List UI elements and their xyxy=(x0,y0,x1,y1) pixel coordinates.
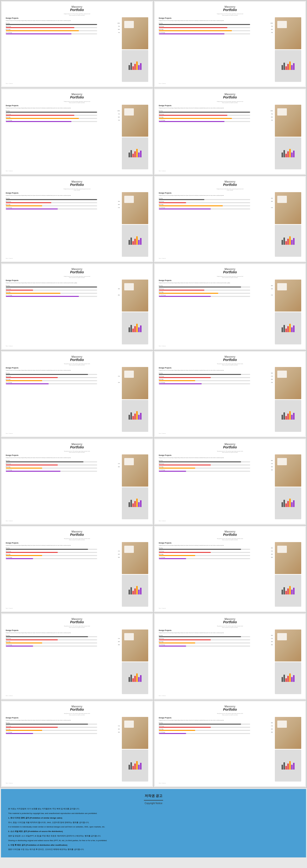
slide-container-12: Masonry Portfolio Simply dummy text of t… xyxy=(154,438,306,525)
ad-divider xyxy=(144,800,163,801)
slide-left-16: Design Projects Simply dummy text of the… xyxy=(159,629,273,694)
slide-2: Masonry Portfolio Simply dummy text of t… xyxy=(155,2,305,87)
slide-left-8: Design Projects Simply dummy text of the… xyxy=(159,280,273,344)
ad-line-8: Sharing or distributing original and edi… xyxy=(8,839,299,842)
slide-subtitle-10: Simply dummy text of the printing, types… xyxy=(217,363,243,366)
slide-content-3: Design Projects Simply dummy text of the… xyxy=(6,105,148,169)
slide-content-13: Design Projects Simply dummy text of the… xyxy=(6,542,148,607)
img-top-4 xyxy=(275,105,301,137)
slide-container-1: Masonry Portfolio Simply dummy text of t… xyxy=(1,1,153,87)
bar-label: Web Design75% xyxy=(6,26,120,27)
slide-right-12 xyxy=(275,455,301,519)
slide-content-16: Design Projects Simply dummy text of the… xyxy=(159,629,301,694)
slide-right-1 xyxy=(122,17,148,82)
img-top-18 xyxy=(275,717,301,749)
slide-content-18: Design Projects Simply dummy text of the… xyxy=(159,717,301,781)
slide-right-2 xyxy=(275,17,301,82)
img-bottom-6 xyxy=(275,225,301,257)
slide-footer-9: Next > Contents xyxy=(6,433,13,434)
img-bottom-12 xyxy=(275,487,301,519)
slide-left-18: Design Projects Simply dummy text of the… xyxy=(159,717,273,781)
img-top-6 xyxy=(275,192,301,224)
slide-desc-17: Simply dummy text of the printing and ty… xyxy=(6,719,120,721)
slide-subtitle-14: Simply dummy text of the printing, types… xyxy=(217,538,243,540)
section-title-9: Design Projects xyxy=(6,367,120,369)
section-title-18: Design Projects xyxy=(159,717,273,719)
img-top-11 xyxy=(122,455,148,486)
slide-left-7: Design Projects Simply dummy text of the… xyxy=(6,280,120,344)
slide-8: Masonry Portfolio Simply dummy text of t… xyxy=(155,264,305,349)
bar-webdesign-1: Web Design75% xyxy=(6,26,120,28)
slide-title-15: Masonry Portfolio xyxy=(70,618,84,624)
slide-content-5: Design Projects Simply dummy text of the… xyxy=(6,192,148,257)
img-bottom-18 xyxy=(275,750,301,781)
bar-branding-1: Branding100% xyxy=(6,23,120,25)
ad-subtitle: Copyright Notice xyxy=(8,802,299,805)
img-bottom-14 xyxy=(275,575,301,607)
img-bottom-8 xyxy=(275,312,301,344)
slide-title-10: Masonry Portfolio xyxy=(223,355,237,362)
slide-left-5: Design Projects Simply dummy text of the… xyxy=(6,192,120,257)
title-main-9: Masonry xyxy=(70,355,84,358)
slide-right-9 xyxy=(122,367,148,432)
slide-desc-8: Simply dummy text of the printing and ty… xyxy=(159,282,273,284)
title-bold-3: Portfolio xyxy=(70,96,84,99)
slide-title-16: Masonry Portfolio xyxy=(223,618,237,624)
slide-13: Masonry Portfolio Simply dummy text of t… xyxy=(2,527,152,611)
slide-title-14: Masonry Portfolio xyxy=(223,530,237,536)
slide-18: Masonry Portfolio Simply dummy text of t… xyxy=(155,702,305,786)
title-bold-5: Portfolio xyxy=(70,183,84,187)
slide-desc-7: Simply dummy text of the printing and ty… xyxy=(6,282,120,284)
slide-10: Masonry Portfolio Simply dummy text of t… xyxy=(155,352,305,436)
slide-right-15 xyxy=(122,629,148,694)
section-title-13: Design Projects xyxy=(6,542,120,544)
slide-desc-11: Simply dummy text of the printing and ty… xyxy=(6,457,120,459)
slide-content-15: Design Projects Simply dummy text of the… xyxy=(6,629,148,694)
section-title-8: Design Projects xyxy=(159,280,273,281)
img-bottom-17 xyxy=(122,750,148,781)
slide-title-6: Masonry Portfolio xyxy=(223,180,237,187)
slide-desc-12: Simply dummy text of the printing and ty… xyxy=(159,457,273,459)
slide-content-11: Design Projects Simply dummy text of the… xyxy=(6,455,148,519)
slide-desc-1: Simply dummy text of the printing and ty… xyxy=(6,20,120,21)
img-top-13 xyxy=(122,542,148,574)
slide-subtitle-5: Simply dummy text that the printing, typ… xyxy=(64,188,91,191)
slide-subtitle-4: Simply dummy text of the printing, types… xyxy=(217,101,243,103)
img-top-14 xyxy=(275,542,301,574)
slide-left-1: Design Projects Simply dummy text of the… xyxy=(6,17,120,82)
title-bold-8: Portfolio xyxy=(223,271,237,274)
slide-left-4: Design Projects Simply dummy text of the… xyxy=(159,105,273,169)
slide-right-13 xyxy=(122,542,148,607)
section-title-15: Design Projects xyxy=(6,629,120,631)
slide-desc-14: Simply dummy text of the printing and ty… xyxy=(159,545,273,546)
slide-container-2: Masonry Portfolio Simply dummy text of t… xyxy=(154,1,306,87)
slide-container-14: Masonry Portfolio Simply dummy text of t… xyxy=(154,526,306,612)
slide-right-10 xyxy=(275,367,301,432)
img-top-3 xyxy=(122,105,148,137)
slide-footer-8: Next > Contents xyxy=(159,345,166,347)
title-bold-11: Portfolio xyxy=(70,445,84,449)
title-bold-6: Portfolio xyxy=(223,183,237,187)
img-top-10 xyxy=(275,367,301,399)
slide-left-14: Design Projects Simply dummy text of the… xyxy=(159,542,273,607)
slide-subtitle-3: Simply dummy text of the printing, types… xyxy=(64,101,90,103)
slide-1: Masonry Portfolio Simply dummy text of t… xyxy=(2,2,152,87)
section-title-3: Design Projects xyxy=(6,105,120,106)
slide-right-7 xyxy=(122,280,148,344)
ad-line-2: This material is protected by copyright … xyxy=(8,812,299,815)
img-top-7 xyxy=(122,280,148,311)
slide-desc-15: Simply dummy text of the printing and ty… xyxy=(6,632,120,633)
title-bold-4: Portfolio xyxy=(223,96,237,99)
ad-line-6: 2. 소스 파일 배포 금지 (Prohibition of source fi… xyxy=(8,830,299,833)
slide-9: Masonry Portfolio Simply dummy text of t… xyxy=(2,352,152,436)
slide-left-15: Design Projects Simply dummy text of the… xyxy=(6,629,120,694)
slide-content-9: Design Projects Simply dummy text of the… xyxy=(6,367,148,432)
img-bottom-5 xyxy=(122,225,148,257)
slide-left-11: Design Projects Simply dummy text of the… xyxy=(6,455,120,519)
bar-mobile-1: Mobile App80% xyxy=(6,29,120,31)
slide-container-16: Masonry Portfolio Simply dummy text of t… xyxy=(154,613,306,700)
slide-footer-14: Next > Contents xyxy=(159,608,166,609)
slide-subtitle-12: Simply dummy text of the printing, types… xyxy=(217,451,243,453)
slide-left-10: Design Projects Simply dummy text of the… xyxy=(159,367,273,432)
img-bottom-3 xyxy=(122,137,148,169)
